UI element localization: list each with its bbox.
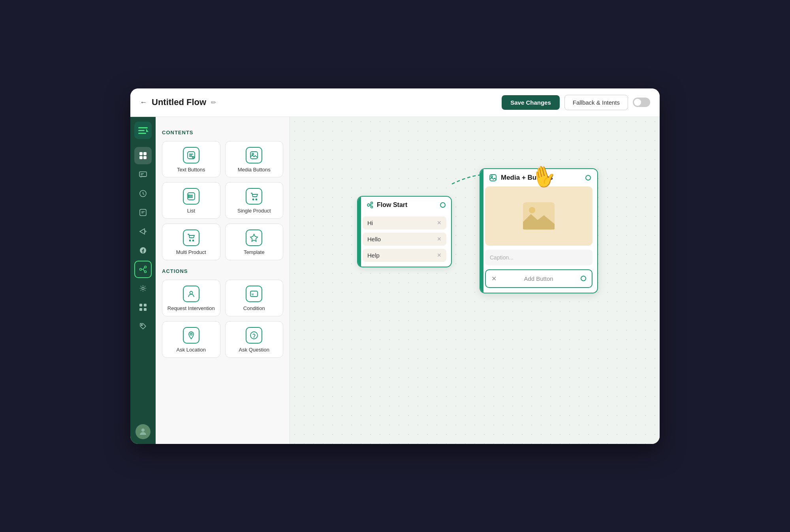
svg-rect-9 <box>141 173 144 174</box>
svg-point-22 <box>141 429 145 432</box>
canvas[interactable]: Flow Start Hi ✕ Hello ✕ Help ✕ <box>290 117 660 444</box>
nav-item-broadcasts[interactable] <box>134 223 152 240</box>
svg-point-49 <box>529 207 535 213</box>
svg-point-36 <box>190 291 192 294</box>
contents-section-label: CONTENTS <box>162 130 283 135</box>
svg-rect-7 <box>143 156 147 159</box>
template-icon <box>246 229 262 246</box>
connector-svg <box>290 117 660 444</box>
add-btn-remove-icon[interactable]: ✕ <box>491 275 497 282</box>
svg-point-14 <box>145 266 147 268</box>
sidebar-item-ask-location[interactable]: Ask Location <box>162 321 220 358</box>
app-frame: ← Untitled Flow ✏ Save Changes Fallback … <box>130 88 660 444</box>
svg-point-26 <box>252 153 254 155</box>
tag-remove-1[interactable]: ✕ <box>437 236 442 242</box>
sidebar-item-condition[interactable]: if Condition <box>225 280 284 316</box>
svg-text:if: if <box>252 293 254 296</box>
svg-rect-46 <box>490 175 496 181</box>
nav-item-flows[interactable] <box>134 261 152 278</box>
svg-rect-12 <box>140 209 146 216</box>
flow-start-output-dot[interactable] <box>440 202 446 208</box>
flow-start-title: Flow Start <box>377 201 407 209</box>
svg-point-21 <box>141 324 143 325</box>
left-nav <box>130 117 156 444</box>
page-title: Untitled Flow <box>152 97 206 107</box>
avatar[interactable] <box>135 424 150 439</box>
toggle-switch[interactable] <box>633 98 650 107</box>
media-buttons-node[interactable]: Media + Buttons Caption... <box>480 168 598 293</box>
nav-item-settings[interactable] <box>134 280 152 297</box>
svg-point-39 <box>190 333 192 335</box>
caption-field[interactable]: Caption... <box>485 250 592 265</box>
nav-item-contacts[interactable] <box>134 204 152 221</box>
back-button[interactable]: ← <box>140 98 147 107</box>
fallback-button[interactable]: Fallback & Intents <box>564 95 628 110</box>
svg-point-43 <box>367 204 370 206</box>
flow-start-tag-2[interactable]: Help ✕ <box>363 249 446 262</box>
multi-product-label: Multi Product <box>176 249 206 256</box>
save-button[interactable]: Save Changes <box>502 95 560 110</box>
svg-rect-19 <box>139 308 142 311</box>
text-buttons-icon <box>183 147 199 164</box>
header-right: Save Changes Fallback & Intents <box>502 95 650 110</box>
flow-start-tag-1[interactable]: Hello ✕ <box>363 233 446 246</box>
flow-start-header: Flow Start <box>358 197 451 213</box>
tag-remove-0[interactable]: ✕ <box>437 220 442 226</box>
flow-start-tag-0[interactable]: Hi ✕ <box>363 216 446 229</box>
actions-grid: Request Intervention if Condition <box>162 280 283 358</box>
sidebar-item-request-intervention[interactable]: Request Intervention <box>162 280 220 316</box>
svg-point-34 <box>192 240 194 241</box>
flow-start-node[interactable]: Flow Start Hi ✕ Hello ✕ Help ✕ <box>357 196 452 267</box>
single-product-label: Single Product <box>237 208 271 214</box>
add-button-label: Add Button <box>500 275 577 282</box>
ask-location-label: Ask Location <box>177 347 206 353</box>
svg-rect-17 <box>139 304 142 306</box>
condition-icon: if <box>246 286 262 302</box>
nav-item-tags[interactable] <box>134 318 152 335</box>
sidebar-item-list[interactable]: List <box>162 182 220 219</box>
list-label: List <box>187 208 195 214</box>
nav-item-history[interactable] <box>134 185 152 202</box>
edit-icon[interactable]: ✏ <box>211 99 216 106</box>
header: ← Untitled Flow ✏ Save Changes Fallback … <box>130 88 660 117</box>
multi-product-icon <box>183 229 199 246</box>
sidebar-item-text-buttons[interactable]: Text Buttons <box>162 141 220 178</box>
tag-remove-2[interactable]: ✕ <box>437 252 442 258</box>
svg-rect-6 <box>139 156 143 159</box>
nav-item-messages[interactable] <box>134 166 152 183</box>
svg-point-47 <box>491 176 493 177</box>
request-intervention-icon <box>183 286 199 302</box>
svg-rect-2 <box>138 133 146 134</box>
actions-section-label: ACTIONS <box>162 268 283 274</box>
sidebar-item-template[interactable]: Template <box>225 224 284 260</box>
nav-item-grid[interactable] <box>134 299 152 316</box>
nav-item-dashboard[interactable] <box>134 147 152 164</box>
template-label: Template <box>244 249 265 256</box>
header-left: ← Untitled Flow ✏ <box>140 97 502 107</box>
svg-point-15 <box>145 271 147 273</box>
add-button-output-dot[interactable] <box>581 276 586 281</box>
sidebar-item-ask-question[interactable]: Ask Question <box>225 321 284 358</box>
svg-rect-18 <box>144 304 147 306</box>
contents-grid: Text Buttons Media Buttons <box>162 141 283 261</box>
svg-rect-0 <box>138 127 148 128</box>
svg-point-16 <box>142 287 144 289</box>
svg-point-33 <box>189 240 190 241</box>
ask-location-icon <box>183 327 199 344</box>
svg-rect-4 <box>139 152 143 155</box>
media-body: Caption... ✕ Add Button <box>480 186 597 293</box>
svg-point-28 <box>188 195 189 196</box>
ask-question-icon <box>246 327 262 344</box>
svg-rect-1 <box>138 130 145 131</box>
node-left-bar <box>358 197 361 267</box>
sidebar-item-media-buttons[interactable]: Media Buttons <box>225 141 284 178</box>
sidebar-item-multi-product[interactable]: Multi Product <box>162 224 220 260</box>
svg-marker-35 <box>250 234 258 241</box>
media-output-dot[interactable] <box>585 175 591 180</box>
add-button-row[interactable]: ✕ Add Button <box>485 269 592 288</box>
single-product-icon <box>246 188 262 205</box>
sidebar-item-single-product[interactable]: Single Product <box>225 182 284 219</box>
svg-point-29 <box>188 196 189 197</box>
nav-item-facebook[interactable] <box>134 242 152 259</box>
flow-start-header-left: Flow Start <box>367 201 407 209</box>
